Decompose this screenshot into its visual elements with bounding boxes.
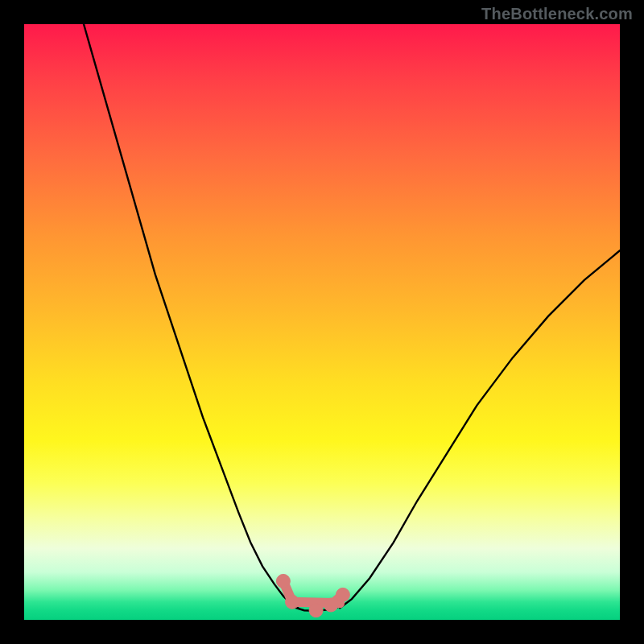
right-curve [340,250,620,608]
plot-area [24,24,620,620]
watermark-text: TheBottleneck.com [481,5,633,23]
chart-frame: TheBottleneck.com [0,0,644,644]
right-marker-low [324,598,338,612]
left-marker-high [276,574,290,588]
right-marker-high [336,588,349,601]
chart-svg [24,24,620,620]
bottom-marker [309,604,323,617]
left-marker-low [286,595,299,609]
left-curve [84,24,298,608]
